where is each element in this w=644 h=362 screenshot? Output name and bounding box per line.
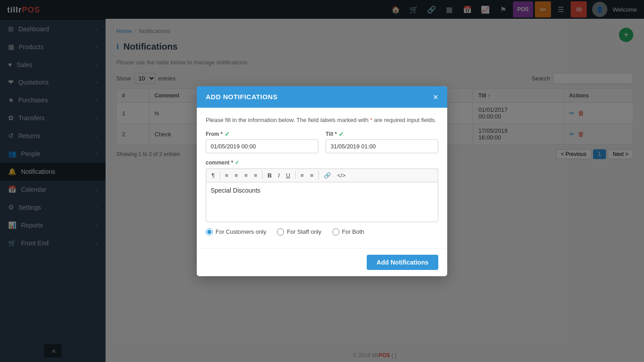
form-row-dates: From * ✓ Till * ✓ (206, 130, 438, 153)
comment-valid-icon: ✓ (235, 160, 239, 166)
till-label: Till * ✓ (326, 130, 438, 138)
from-input[interactable] (206, 139, 318, 153)
radio-customers[interactable]: For Customers only (206, 228, 266, 236)
toolbar-italic[interactable]: I (275, 171, 283, 180)
toolbar-paragraph[interactable]: ¶ (209, 171, 217, 180)
toolbar-ol[interactable]: ≡ (307, 171, 316, 180)
toolbar-sep (318, 171, 319, 179)
toolbar-sep (220, 171, 220, 179)
radio-customers-input[interactable] (206, 228, 213, 236)
radio-customers-label: For Customers only (216, 228, 266, 235)
radio-both[interactable]: For Both (332, 228, 364, 236)
add-notifications-submit[interactable]: Add Notifications (367, 255, 438, 270)
editor-content: Special Discounts (211, 187, 260, 194)
from-label: From * ✓ (206, 130, 318, 138)
toolbar-align-left[interactable]: ≡ (222, 171, 231, 180)
toolbar-sep (262, 171, 263, 179)
modal-title: ADD NOTIFICATIONS (206, 93, 278, 101)
modal-overlay[interactable]: ADD NOTIFICATIONS × Please fill in the i… (0, 0, 644, 362)
toolbar-align-justify[interactable]: ≡ (251, 171, 260, 180)
radio-staff-input[interactable] (277, 228, 284, 236)
radio-both-label: For Both (342, 228, 364, 235)
toolbar-align-right[interactable]: ≡ (242, 171, 250, 180)
modal-close-button[interactable]: × (433, 93, 438, 101)
toolbar-underline[interactable]: U (283, 171, 292, 180)
modal-footer: Add Notifications (197, 248, 447, 276)
comment-editor[interactable]: Special Discounts (206, 182, 438, 222)
toolbar-bold[interactable]: B (265, 171, 274, 180)
toolbar-code[interactable]: </> (335, 171, 348, 180)
toolbar-sep (295, 171, 296, 179)
radio-staff-label: For Staff only (287, 228, 321, 235)
till-valid-icon: ✓ (339, 130, 344, 138)
till-group: Till * ✓ (326, 130, 438, 153)
comment-label-group: comment * ✓ (206, 160, 438, 166)
radio-group: For Customers only For Staff only For Bo… (206, 228, 438, 236)
from-group: From * ✓ (206, 130, 318, 153)
modal-body: Please fill in the information below. Th… (197, 108, 447, 248)
toolbar-link[interactable]: 🔗 (321, 171, 334, 180)
add-notifications-modal: ADD NOTIFICATIONS × Please fill in the i… (197, 86, 447, 276)
from-valid-icon: ✓ (225, 130, 230, 138)
editor-toolbar: ¶ ≡ ≡ ≡ ≡ B I U ≡ ≡ 🔗 </> (206, 168, 438, 182)
radio-staff[interactable]: For Staff only (277, 228, 321, 236)
radio-both-input[interactable] (332, 228, 339, 236)
till-input[interactable] (326, 139, 438, 153)
modal-info: Please fill in the information below. Th… (206, 117, 438, 123)
toolbar-align-center[interactable]: ≡ (232, 171, 241, 180)
modal-header: ADD NOTIFICATIONS × (197, 86, 447, 108)
toolbar-ul[interactable]: ≡ (298, 171, 307, 180)
